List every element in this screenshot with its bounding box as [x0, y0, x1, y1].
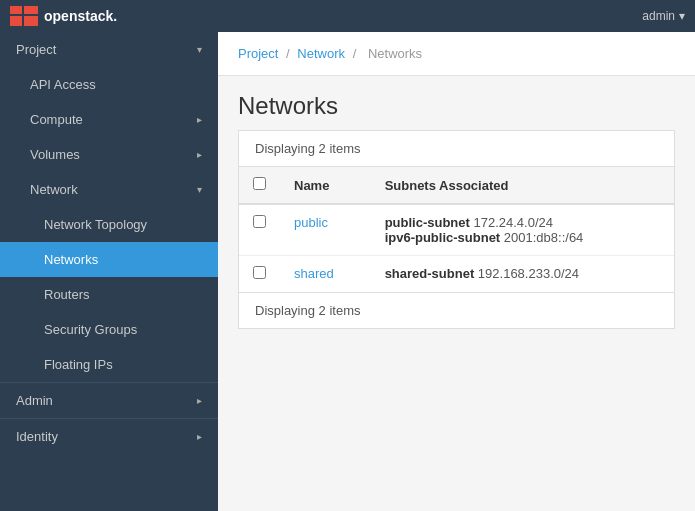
- sidebar-item-network-topology-label: Network Topology: [44, 217, 147, 232]
- sidebar-item-api-access-label: API Access: [30, 77, 96, 92]
- sidebar-item-networks-label: Networks: [44, 252, 98, 267]
- checkbox-header: [239, 167, 280, 204]
- sidebar-item-compute[interactable]: Compute ▸: [0, 102, 218, 137]
- subnet-ip-public-1: 172.24.4.0/24: [473, 215, 553, 230]
- row-select-checkbox-shared[interactable]: [253, 266, 266, 279]
- svg-rect-2: [10, 16, 22, 26]
- chevron-down-icon: ▾: [197, 44, 202, 55]
- chevron-down-icon: ▾: [197, 184, 202, 195]
- subnet-name-public-2: ipv6-public-subnet: [385, 230, 501, 245]
- content-area: Project / Network / Networks Networks Di…: [218, 32, 695, 511]
- sidebar-item-admin[interactable]: Admin ▸: [0, 383, 218, 418]
- row-subnets-public: public-subnet 172.24.4.0/24 ipv6-public-…: [371, 204, 674, 256]
- chevron-right-icon: ▸: [197, 395, 202, 406]
- sidebar-item-floating-ips[interactable]: Floating IPs: [0, 347, 218, 382]
- table-row: shared shared-subnet 192.168.233.0/24: [239, 256, 674, 293]
- network-link-public[interactable]: public: [294, 215, 328, 230]
- networks-table-container: Displaying 2 items Name Subnets Associat…: [238, 130, 675, 329]
- page-title: Networks: [238, 92, 675, 120]
- sidebar-item-network-label: Network: [30, 182, 78, 197]
- logo-text: openstack.: [44, 8, 117, 24]
- breadcrumb-networks: Networks: [368, 46, 422, 61]
- table-row: public public-subnet 172.24.4.0/24 ipv6-…: [239, 204, 674, 256]
- select-all-checkbox[interactable]: [253, 177, 266, 190]
- subnet-ip-shared-1: 192.168.233.0/24: [478, 266, 579, 281]
- breadcrumb: Project / Network / Networks: [218, 32, 695, 76]
- breadcrumb-project[interactable]: Project: [238, 46, 278, 61]
- chevron-right-icon: ▸: [197, 149, 202, 160]
- sidebar-item-floating-ips-label: Floating IPs: [44, 357, 113, 372]
- subnet-name-shared-1: shared-subnet: [385, 266, 475, 281]
- sidebar-item-network-topology[interactable]: Network Topology: [0, 207, 218, 242]
- row-subnets-shared: shared-subnet 192.168.233.0/24: [371, 256, 674, 293]
- breadcrumb-network[interactable]: Network: [297, 46, 345, 61]
- networks-table: Name Subnets Associated public public-su: [239, 167, 674, 292]
- svg-rect-0: [10, 6, 22, 14]
- topbar: openstack. admin ▾: [0, 0, 695, 32]
- dropdown-icon: ▾: [679, 9, 685, 23]
- svg-rect-1: [24, 6, 38, 14]
- sidebar-item-identity-label: Identity: [16, 429, 58, 444]
- subnet-ip-public-2: 2001:db8::/64: [504, 230, 584, 245]
- sidebar-item-project[interactable]: Project ▾: [0, 32, 218, 67]
- table-body: public public-subnet 172.24.4.0/24 ipv6-…: [239, 204, 674, 292]
- page-header: Networks: [218, 76, 695, 130]
- sidebar-item-api-access[interactable]: API Access: [0, 67, 218, 102]
- admin-menu[interactable]: admin ▾: [642, 9, 685, 23]
- sidebar-item-routers[interactable]: Routers: [0, 277, 218, 312]
- sidebar: Project ▾ API Access Compute ▸ Volumes ▸…: [0, 32, 218, 511]
- row-name-public: public: [280, 204, 371, 256]
- sidebar-item-project-label: Project: [16, 42, 56, 57]
- table-header: Name Subnets Associated: [239, 167, 674, 204]
- table-header-row: Name Subnets Associated: [239, 167, 674, 204]
- chevron-right-icon: ▸: [197, 431, 202, 442]
- sidebar-item-security-groups[interactable]: Security Groups: [0, 312, 218, 347]
- sidebar-item-admin-label: Admin: [16, 393, 53, 408]
- sidebar-item-identity[interactable]: Identity ▸: [0, 419, 218, 454]
- sidebar-item-security-groups-label: Security Groups: [44, 322, 137, 337]
- sidebar-item-network[interactable]: Network ▾: [0, 172, 218, 207]
- sidebar-section-project: Project ▾ API Access Compute ▸ Volumes ▸…: [0, 32, 218, 382]
- sidebar-item-compute-label: Compute: [30, 112, 83, 127]
- row-name-shared: shared: [280, 256, 371, 293]
- chevron-right-icon: ▸: [197, 114, 202, 125]
- logo: openstack.: [10, 6, 117, 26]
- logo-icon: [10, 6, 38, 26]
- sidebar-item-routers-label: Routers: [44, 287, 90, 302]
- col-header-subnets: Subnets Associated: [371, 167, 674, 204]
- displaying-count-top: Displaying 2 items: [239, 131, 674, 167]
- row-checkbox-public: [239, 204, 280, 256]
- svg-rect-3: [24, 16, 38, 26]
- displaying-count-bottom: Displaying 2 items: [239, 292, 674, 328]
- sidebar-item-networks[interactable]: Networks: [0, 242, 218, 277]
- sidebar-item-volumes-label: Volumes: [30, 147, 80, 162]
- admin-label: admin: [642, 9, 675, 23]
- row-select-checkbox-public[interactable]: [253, 215, 266, 228]
- col-header-name: Name: [280, 167, 371, 204]
- sidebar-item-volumes[interactable]: Volumes ▸: [0, 137, 218, 172]
- subnet-name-public-1: public-subnet: [385, 215, 470, 230]
- row-checkbox-shared: [239, 256, 280, 293]
- main-layout: Project ▾ API Access Compute ▸ Volumes ▸…: [0, 32, 695, 511]
- breadcrumb-sep-2: /: [353, 46, 357, 61]
- network-link-shared[interactable]: shared: [294, 266, 334, 281]
- breadcrumb-sep-1: /: [286, 46, 290, 61]
